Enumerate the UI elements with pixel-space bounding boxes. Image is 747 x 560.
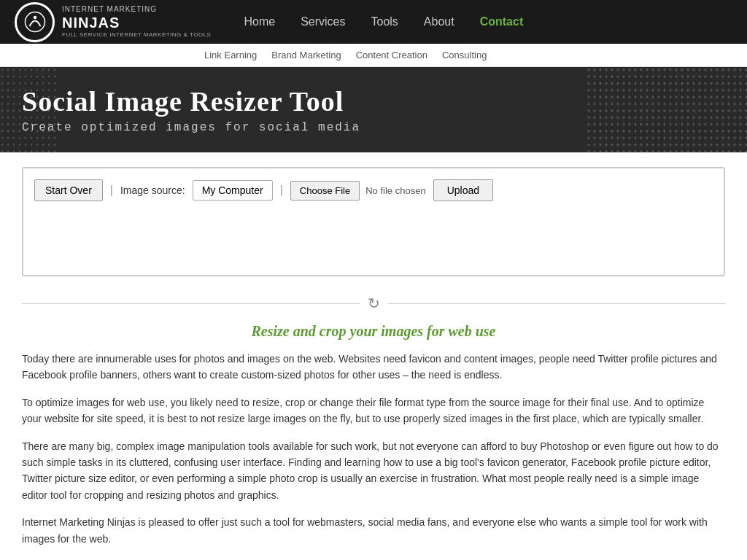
top-navigation: INTERNET MARKETING NINJAS FULL SERVICE I… — [0, 0, 747, 44]
logo-sub-line: FULL SERVICE INTERNET MARKETING & TOOLS — [62, 31, 211, 39]
main-nav: Home Services Tools About Contact — [233, 9, 534, 34]
nav-services[interactable]: Services — [290, 9, 356, 34]
logo-circle — [15, 2, 55, 42]
svg-point-1 — [33, 16, 36, 20]
my-computer-button[interactable]: My Computer — [193, 180, 273, 201]
body-paragraph-4: Internet Marketing Ninjas is pleased to … — [22, 514, 725, 547]
nav-tools[interactable]: Tools — [360, 9, 409, 34]
refresh-icon: ↻ — [368, 295, 380, 312]
separator-1: | — [110, 184, 113, 197]
section-title: Resize and crop your images for web use — [22, 323, 725, 340]
sub-nav-link-earning[interactable]: Link Earning — [204, 50, 257, 61]
choose-file-button[interactable]: Choose File — [290, 181, 360, 201]
body-paragraph-3: There are many big, complex image manipu… — [22, 438, 725, 504]
nav-contact[interactable]: Contact — [469, 9, 535, 34]
hero-subtitle: Create optimized images for social media — [22, 121, 725, 134]
start-over-button[interactable]: Start Over — [34, 179, 103, 201]
logo[interactable]: INTERNET MARKETING NINJAS FULL SERVICE I… — [15, 2, 211, 42]
logo-top-line: INTERNET MARKETING — [62, 5, 211, 14]
image-source-label: Image source: — [120, 184, 185, 196]
sub-navigation: Link Earning Brand Marketing Content Cre… — [0, 44, 747, 67]
logo-main-line: NINJAS — [62, 14, 211, 31]
hero-title: Social Image Resizer Tool — [22, 85, 725, 117]
sub-nav-content-creation[interactable]: Content Creation — [356, 50, 427, 61]
logo-text: INTERNET MARKETING NINJAS FULL SERVICE I… — [62, 5, 211, 39]
section-divider-top: ↻ — [22, 295, 725, 312]
file-input-wrapper: Choose File No file chosen — [290, 181, 426, 201]
nav-about[interactable]: About — [413, 9, 465, 34]
svg-point-0 — [25, 12, 44, 32]
nav-home[interactable]: Home — [233, 9, 286, 34]
separator-2: | — [280, 184, 283, 197]
upload-button[interactable]: Upload — [433, 179, 493, 201]
no-file-text: No file chosen — [365, 185, 425, 196]
hero-banner: Social Image Resizer Tool Create optimiz… — [0, 67, 747, 152]
sub-nav-brand-marketing[interactable]: Brand Marketing — [271, 50, 341, 61]
sub-nav-consulting[interactable]: Consulting — [442, 50, 487, 61]
body-paragraph-1: Today there are innumerable uses for pho… — [22, 351, 725, 384]
main-content: Start Over | Image source: My Computer |… — [0, 152, 747, 560]
divider-line-right — [387, 303, 726, 304]
divider-line-left — [22, 303, 360, 304]
tool-controls: Start Over | Image source: My Computer |… — [34, 179, 713, 201]
body-paragraph-2: To optimize images for web use, you like… — [22, 394, 725, 427]
tool-box: Start Over | Image source: My Computer |… — [22, 167, 725, 276]
